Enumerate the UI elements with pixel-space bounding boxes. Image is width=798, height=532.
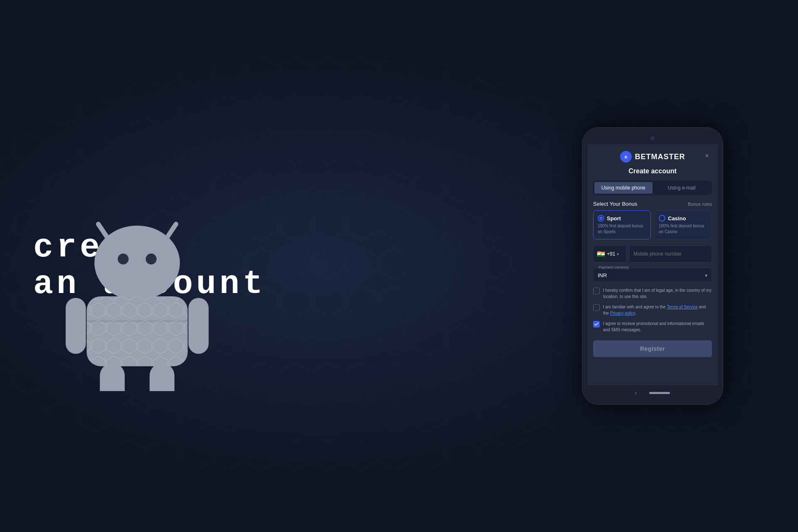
svg-text:B: B <box>624 155 627 159</box>
currency-label: Payment currency <box>597 265 631 269</box>
phone-bottom-bar: ‹ <box>587 385 718 399</box>
brand-icon: B <box>620 151 632 163</box>
phone-number-input[interactable] <box>629 245 712 263</box>
modal-header: B BETMASTER × <box>593 151 712 163</box>
bonus-section-label: Select Your Bonus <box>593 201 637 207</box>
checkbox-age[interactable] <box>593 288 600 294</box>
bonus-card-sport[interactable]: Sport 100% first deposit bonus on Sports <box>593 210 651 239</box>
bonus-sport-desc: 100% first deposit bonus on Sports <box>598 223 646 235</box>
register-button[interactable]: Register <box>593 340 712 357</box>
bonus-casino-title: Casino <box>668 215 686 222</box>
phone-camera <box>650 136 655 140</box>
radio-sport <box>598 215 604 222</box>
phone-mockup: B BETMASTER × Create account Using mobil… <box>582 127 723 405</box>
radio-casino <box>659 215 665 222</box>
home-indicator[interactable] <box>649 392 670 394</box>
chevron-down-icon: ▾ <box>617 252 619 256</box>
modal-content: B BETMASTER × Create account Using mobil… <box>587 144 718 385</box>
checkbox-age-row: I hereby confirm that I am of legal age,… <box>593 287 712 300</box>
phone-notch-bar <box>587 133 718 144</box>
bonus-casino-desc: 100% first deposit bonus on Casino <box>659 223 707 235</box>
checkbox-promo-row: I agree to receive promotional and infor… <box>593 320 712 333</box>
currency-field: Payment currency INR ▾ <box>593 268 712 282</box>
phone-screen: B BETMASTER × Create account Using mobil… <box>587 133 718 399</box>
svg-point-4 <box>146 254 157 264</box>
svg-rect-9 <box>100 363 125 391</box>
country-code-select[interactable]: 🇮🇳 +91 ▾ <box>593 245 626 263</box>
tab-mobile-phone[interactable]: Using mobile phone <box>594 182 653 194</box>
checkbox-terms-label: I am familiar with and agree to the Term… <box>603 304 712 316</box>
checkbox-terms[interactable] <box>593 304 600 311</box>
checkbox-promo[interactable] <box>593 321 600 328</box>
svg-rect-7 <box>66 298 86 354</box>
back-button[interactable]: ‹ <box>635 389 637 396</box>
bonus-sport-title: Sport <box>607 215 621 222</box>
checkbox-age-label: I hereby confirm that I am of legal age,… <box>603 287 712 300</box>
svg-rect-11 <box>86 296 187 366</box>
brand-name: BETMASTER <box>635 153 685 161</box>
phone-input-row: 🇮🇳 +91 ▾ <box>593 245 712 263</box>
checkbox-terms-row: I am familiar with and agree to the Term… <box>593 304 712 316</box>
brand-logo: B BETMASTER <box>620 151 685 163</box>
currency-value: INR <box>598 272 607 278</box>
currency-select-row[interactable]: INR ▾ <box>598 272 707 278</box>
tabs-row: Using mobile phone Using e-mail <box>593 181 712 195</box>
bonus-card-casino-header: Casino <box>659 215 707 222</box>
tab-email[interactable]: Using e-mail <box>653 182 711 194</box>
svg-point-3 <box>118 254 128 264</box>
bonus-card-casino[interactable]: Casino 100% first deposit bonus on Casin… <box>654 210 712 239</box>
terms-of-service-link[interactable]: Terms of Service <box>667 305 697 309</box>
android-robot <box>58 212 216 391</box>
svg-rect-8 <box>188 298 209 354</box>
phone-outer-frame: B BETMASTER × Create account Using mobil… <box>582 127 723 405</box>
bonus-options: Sport 100% first deposit bonus on Sports… <box>593 210 712 239</box>
bonus-card-sport-header: Sport <box>598 215 646 222</box>
privacy-policy-link[interactable]: Privacy policy <box>610 311 635 315</box>
svg-point-2 <box>94 226 180 300</box>
country-code-value: +91 <box>607 251 615 257</box>
svg-rect-10 <box>150 363 175 391</box>
flag-icon: 🇮🇳 <box>597 250 605 258</box>
modal-title: Create account <box>593 167 712 175</box>
bonus-rules-link[interactable]: Bonus rules <box>688 202 712 207</box>
close-button[interactable]: × <box>702 151 712 161</box>
currency-dropdown-icon: ▾ <box>705 273 707 278</box>
checkbox-promo-label: I agree to receive promotional and infor… <box>603 320 712 333</box>
bonus-header: Select Your Bonus Bonus rules <box>593 201 712 207</box>
